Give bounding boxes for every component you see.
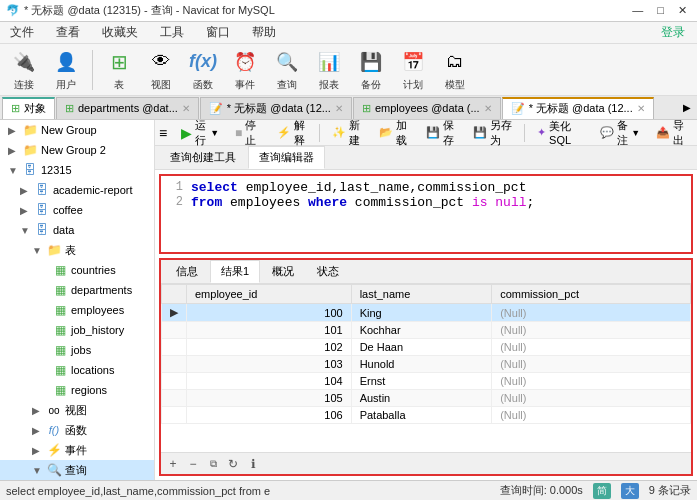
schedule-icon: 📅 [399,48,427,76]
sidebar-item-label: countries [71,264,116,276]
backup-icon: 💾 [357,48,385,76]
sidebar-item-locations[interactable]: ▦ locations [0,360,154,380]
sidebar-item-functions-folder[interactable]: ▶ f() 函数 [0,420,154,440]
tool-event[interactable]: ⏰ 事件 [227,48,263,92]
tab-untitled1-close[interactable]: ✕ [335,103,343,114]
load-icon: 📂 [379,126,393,139]
table-label: 表 [114,78,124,92]
sidebar-item-departments[interactable]: ▦ departments [0,280,154,300]
results-tabs: 信息 结果1 概况 状态 [161,260,691,284]
duplicate-row-btn[interactable]: ⧉ [205,456,221,472]
maximize-btn[interactable]: □ [653,4,668,17]
login-button[interactable]: 登录 [653,22,693,43]
results-tab-result1[interactable]: 结果1 [210,260,260,283]
sidebar-item-employees[interactable]: ▦ employees [0,300,154,320]
sidebar-item-coffee[interactable]: ▶ 🗄 coffee [0,200,154,220]
col-commission-pct[interactable]: commission_pct [492,285,691,304]
sql-editor[interactable]: 1 select employee_id,last_name,commissio… [159,174,693,254]
tab-objects[interactable]: ⊞ 对象 [2,97,55,119]
sidebar-item-views-folder[interactable]: ▶ oo 视图 [0,400,154,420]
minimize-btn[interactable]: — [628,4,647,17]
sidebar-item-12315[interactable]: ▼ 🗄 12315 [0,160,154,180]
tool-schedule[interactable]: 📅 计划 [395,48,431,92]
report-icon: 📊 [315,48,343,76]
col-last-name[interactable]: last_name [351,285,492,304]
tool-connect[interactable]: 🔌 连接 [6,48,42,92]
explain-icon: ⚡ [277,126,291,139]
function-label: 函数 [193,78,213,92]
sidebar-item-queries-folder[interactable]: ▼ 🔍 查询 [0,460,154,480]
tool-function[interactable]: f(x) 函数 [185,48,221,92]
cell-last-name: Ernst [351,373,492,390]
cell-commission-pct: (Null) [492,407,691,424]
table-row[interactable]: 104 Ernst (Null) [162,373,691,390]
table-row[interactable]: ▶ 100 King (Null) [162,304,691,322]
table-row[interactable]: 102 De Haan (Null) [162,339,691,356]
tab-untitled1[interactable]: 📝 * 无标题 @data (12... ✕ [200,97,352,119]
info-btn[interactable]: ℹ [245,456,261,472]
tab-employees-close[interactable]: ✕ [484,103,492,114]
menu-view[interactable]: 查看 [50,22,86,43]
sidebar-item-regions[interactable]: ▦ regions [0,380,154,400]
sidebar-item-label: coffee [53,204,83,216]
sidebar-item-events-folder[interactable]: ▶ ⚡ 事件 [0,440,154,460]
sidebar-item-new-group[interactable]: ▶ 📁 New Group [0,120,154,140]
tool-user[interactable]: 👤 用户 [48,48,84,92]
folder-icon: 📁 [46,242,62,258]
tool-backup[interactable]: 💾 备份 [353,48,389,92]
tool-report[interactable]: 📊 报表 [311,48,347,92]
menu-tools[interactable]: 工具 [154,22,190,43]
menu-file[interactable]: 文件 [4,22,40,43]
close-btn[interactable]: ✕ [674,4,691,17]
delete-row-btn[interactable]: − [185,456,201,472]
table-icon: ▦ [52,342,68,358]
comment-icon: 💬 [600,126,614,139]
tool-model[interactable]: 🗂 模型 [437,48,473,92]
results-tab-overview[interactable]: 概况 [261,260,305,283]
tab-departments-close[interactable]: ✕ [182,103,190,114]
cell-commission-pct: (Null) [492,339,691,356]
beautify-button[interactable]: ✦ 美化 SQL [531,120,590,149]
sidebar-item-new-group2[interactable]: ▶ 📁 New Group 2 [0,140,154,160]
sidebar-item-academic[interactable]: ▶ 🗄 academic-report [0,180,154,200]
table-row[interactable]: 105 Austin (Null) [162,390,691,407]
sidebar-item-countries[interactable]: ▦ countries [0,260,154,280]
connect-icon: 🔌 [10,48,38,76]
results-tab-info[interactable]: 信息 [165,260,209,283]
col-employee-id[interactable]: employee_id [187,285,352,304]
record-count: 9 条记录 [649,483,691,498]
row-arrow [162,322,187,339]
hamburger-icon[interactable]: ≡ [159,125,167,141]
sidebar-item-label: New Group 2 [41,144,106,156]
table-row[interactable]: 101 Kochhar (Null) [162,322,691,339]
tool-query[interactable]: 🔍 查询 [269,48,305,92]
table-icon: ▦ [52,362,68,378]
arrow-icon: ▶ [32,425,46,436]
arrow-icon: ▶ [8,125,22,136]
tab-employees[interactable]: ⊞ employees @data (... ✕ [353,97,501,119]
sidebar-item-jobs[interactable]: ▦ jobs [0,340,154,360]
results-tab-status[interactable]: 状态 [306,260,350,283]
sidebar-item-data[interactable]: ▼ 🗄 data [0,220,154,240]
sub-tab-editor[interactable]: 查询编辑器 [248,146,325,169]
sub-tab-builder[interactable]: 查询创建工具 [159,146,247,169]
tool-view[interactable]: 👁 视图 [143,48,179,92]
table-row[interactable]: 103 Hunold (Null) [162,356,691,373]
menu-help[interactable]: 帮助 [246,22,282,43]
tab-nav-right[interactable]: ▶ [679,102,695,113]
sidebar-item-job-history[interactable]: ▦ job_history [0,320,154,340]
cell-last-name: De Haan [351,339,492,356]
model-icon: 🗂 [441,48,469,76]
tool-table[interactable]: ⊞ 表 [101,48,137,92]
table-row[interactable]: 106 Pataballa (Null) [162,407,691,424]
add-row-btn[interactable]: + [165,456,181,472]
tab-untitled2-close[interactable]: ✕ [637,103,645,114]
tab-untitled2[interactable]: 📝 * 无标题 @data (12... ✕ [502,97,654,119]
menu-favorites[interactable]: 收藏夹 [96,22,144,43]
tab-departments-label: departments @dat... [78,102,178,114]
sidebar-item-tables-folder[interactable]: ▼ 📁 表 [0,240,154,260]
tab-departments[interactable]: ⊞ departments @dat... ✕ [56,97,199,119]
event-label: 事件 [235,78,255,92]
menu-window[interactable]: 窗口 [200,22,236,43]
refresh-btn[interactable]: ↻ [225,456,241,472]
